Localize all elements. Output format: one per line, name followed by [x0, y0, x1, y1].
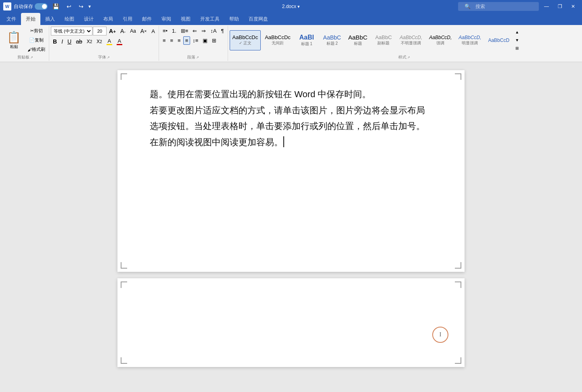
- font-shrink-button[interactable]: A-: [118, 27, 128, 35]
- tab-home[interactable]: 开始: [21, 13, 40, 25]
- clipboard-expand-icon[interactable]: ↗: [30, 56, 33, 59]
- border-button[interactable]: ⊞: [210, 36, 218, 45]
- page2-corner-tl: [121, 281, 127, 288]
- styles-group-content: AaBbCcDc ✓ 正文 AaBbCcDc 无间距 AaBI 标题 1 AaB…: [230, 27, 579, 54]
- close-button[interactable]: ✕: [567, 2, 579, 11]
- font-color-button[interactable]: A: [115, 37, 124, 46]
- tab-review[interactable]: 审阅: [157, 13, 176, 25]
- undo-button[interactable]: ↩: [64, 2, 74, 11]
- tab-developer[interactable]: 开发工具: [195, 13, 224, 25]
- align-right-button[interactable]: ≡: [176, 36, 183, 45]
- bold-button[interactable]: B: [51, 37, 59, 46]
- font-grow-button[interactable]: A+: [107, 27, 118, 35]
- search-icon: 🔍: [461, 3, 474, 10]
- style-intense-em[interactable]: AaBbCcD, 明显强调: [456, 30, 484, 50]
- style-subtitle-preview: AaBbC: [375, 34, 392, 40]
- style-strong[interactable]: AaBbCcD: [485, 30, 512, 50]
- styles-scroll-down[interactable]: ▼: [514, 38, 520, 42]
- paragraph-expand-icon[interactable]: ↗: [196, 56, 199, 59]
- superscript-button[interactable]: X2: [94, 38, 104, 46]
- copy-button[interactable]: 📄 复制: [25, 36, 47, 44]
- autosave-toggle[interactable]: [35, 3, 48, 10]
- multilevel-list-button[interactable]: ⊞≡: [179, 27, 191, 35]
- page2-corner-bl: [121, 357, 127, 364]
- redo-button[interactable]: ↪: [76, 2, 86, 11]
- page-2: [117, 278, 465, 367]
- sort-button[interactable]: ↕A: [208, 27, 218, 35]
- style-title[interactable]: AaBbC 标题: [345, 30, 371, 50]
- font-expand-icon[interactable]: ↗: [107, 56, 110, 59]
- font-size-input[interactable]: [93, 27, 107, 35]
- strikethrough-button[interactable]: ab: [74, 37, 84, 46]
- tab-help[interactable]: 帮助: [224, 13, 244, 25]
- style-title-preview: AaBbC: [348, 34, 368, 41]
- format-painter-button[interactable]: 🖌 格式刷: [25, 45, 47, 54]
- search-input[interactable]: [475, 4, 536, 9]
- tab-references[interactable]: 引用: [118, 13, 137, 25]
- style-h1[interactable]: AaBI 标题 1: [295, 30, 319, 50]
- style-no-spacing[interactable]: AaBbCcDc 无间距: [262, 30, 293, 50]
- tab-draw[interactable]: 绘图: [60, 13, 79, 25]
- style-normal-preview: AaBbCcDc: [232, 34, 258, 40]
- shading-button[interactable]: ▣: [201, 36, 209, 45]
- italic-button[interactable]: I: [59, 37, 65, 46]
- tab-file[interactable]: 文件: [2, 13, 21, 25]
- cut-icon: ✂: [30, 28, 34, 33]
- autosave-label: 自动保存: [14, 3, 33, 10]
- style-emphasis-preview: AaBbCcD,: [429, 35, 452, 40]
- minimize-button[interactable]: —: [540, 2, 553, 11]
- paragraph-group-content: ≡• 1. ⊞≡ ⇐ ⇒ ↕A ¶ ≡ ≡ ≡ ≡ ↕≡ ▣ ⊞: [161, 27, 226, 54]
- cut-label: 剪切: [34, 28, 43, 34]
- style-subtitle[interactable]: AaBbC 副标题: [371, 30, 396, 50]
- font-case-button[interactable]: Aa: [128, 27, 138, 35]
- style-h2[interactable]: AaBbC 标题 2: [320, 30, 344, 50]
- styles-scroll-up[interactable]: ▲: [514, 30, 520, 34]
- justify-button[interactable]: ≡: [183, 36, 191, 45]
- tab-baidu[interactable]: 百度网盘: [244, 13, 273, 25]
- subscript-button[interactable]: X2: [85, 38, 94, 46]
- tab-layout[interactable]: 布局: [98, 13, 118, 25]
- style-subtle-em[interactable]: AaBbCcD, 不明显强调: [397, 30, 425, 50]
- styles-expand[interactable]: ⊞: [514, 46, 520, 50]
- show-marks-button[interactable]: ¶: [219, 27, 226, 35]
- styles-expand-icon[interactable]: ↗: [407, 56, 410, 59]
- tab-insert[interactable]: 插入: [40, 13, 60, 25]
- style-emphasis[interactable]: AaBbCcD, 强调: [426, 30, 454, 50]
- styles-scroll[interactable]: ▲ ▼ ⊞: [513, 28, 521, 52]
- styles-label-text: 样式: [398, 54, 406, 60]
- clipboard-label-text: 剪贴板: [17, 54, 29, 60]
- tab-design[interactable]: 设计: [79, 13, 98, 25]
- document-area[interactable]: 题。使用在需要位置出现的新按钮在 Word 中保存时间。 若要更改图片适应文档的…: [0, 62, 582, 392]
- paste-button[interactable]: 📋 粘贴: [3, 29, 25, 52]
- corner-tl: [121, 73, 127, 80]
- underline-button[interactable]: U: [65, 37, 73, 46]
- line-spacing-button[interactable]: ↕≡: [191, 36, 200, 45]
- increase-indent-button[interactable]: ⇒: [199, 27, 208, 35]
- font-group-content: 等线 (中文正文) A+ A- Aa A✕ A B I U: [51, 27, 157, 54]
- style-normal[interactable]: AaBbCcDc ✓ 正文: [230, 30, 261, 50]
- tab-view[interactable]: 视图: [176, 13, 195, 25]
- decrease-indent-button[interactable]: ⇐: [191, 27, 199, 35]
- tab-mailings[interactable]: 邮件: [137, 13, 157, 25]
- font-color-bg-button[interactable]: A: [149, 27, 157, 35]
- cut-button[interactable]: ✂ 剪切: [25, 27, 47, 35]
- numbered-list-button[interactable]: 1.: [170, 27, 178, 35]
- font-name-select[interactable]: 等线 (中文正文): [51, 27, 92, 35]
- clipboard-group-content: 📋 粘贴 ✂ 剪切 📄 复制 🖌 格式刷: [3, 27, 47, 54]
- clipboard-sub-buttons: ✂ 剪切 📄 复制 🖌 格式刷: [25, 27, 47, 54]
- align-center-button[interactable]: ≡: [168, 36, 175, 45]
- page-1-content[interactable]: 题。使用在需要位置出现的新按钮在 Word 中保存时间。 若要更改图片适应文档的…: [150, 86, 432, 150]
- style-no-spacing-name: 无间距: [272, 40, 284, 46]
- font-group: 等线 (中文正文) A+ A- Aa A✕ A B I U: [49, 26, 159, 61]
- highlight-button[interactable]: A: [105, 37, 114, 46]
- autosave-area: 自动保存: [14, 3, 48, 10]
- align-left-button[interactable]: ≡: [161, 36, 168, 45]
- search-box[interactable]: 🔍: [458, 2, 539, 11]
- paragraph-row1: ≡• 1. ⊞≡ ⇐ ⇒ ↕A ¶: [161, 27, 226, 35]
- title-bar-right: 🔍 — ❐ ✕: [458, 2, 579, 11]
- bullet-list-button[interactable]: ≡•: [161, 27, 170, 35]
- restore-button[interactable]: ❐: [554, 2, 566, 11]
- save-button[interactable]: 💾: [50, 2, 62, 11]
- quick-access-more[interactable]: ▾: [88, 4, 91, 9]
- clear-format-button[interactable]: A✕: [138, 27, 149, 35]
